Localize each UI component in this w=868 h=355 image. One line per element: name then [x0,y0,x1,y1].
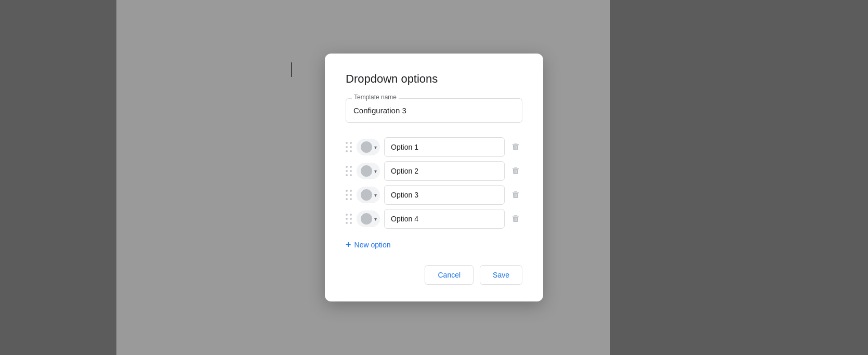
dropdown-options-dialog: Dropdown options Template name [325,54,543,301]
color-picker-button[interactable]: ▾ [357,139,380,155]
option-input[interactable] [384,209,505,229]
trash-icon [511,190,520,200]
option-input[interactable] [384,185,505,205]
trash-icon [511,214,520,224]
option-row: ▾ [346,137,522,157]
template-name-label: Template name [352,94,399,101]
template-name-field: Template name [346,98,522,123]
color-circle [361,213,372,225]
color-circle [361,165,372,177]
option-row: ▾ [346,185,522,205]
chevron-down-icon: ▾ [374,168,377,174]
new-option-button[interactable]: + New option [346,237,391,253]
chevron-down-icon: ▾ [374,192,377,198]
new-option-label: New option [354,241,391,249]
option-input[interactable] [384,137,505,157]
delete-option-button[interactable] [509,188,522,202]
modal-overlay: Dropdown options Template name [0,0,868,355]
template-name-input[interactable] [346,98,522,123]
dialog-footer: Cancel Save [346,265,522,285]
chevron-down-icon: ▾ [374,216,377,222]
dialog-title: Dropdown options [346,72,522,86]
option-row: ▾ [346,209,522,229]
plus-icon: + [346,240,351,249]
color-picker-button[interactable]: ▾ [357,211,380,227]
delete-option-button[interactable] [509,212,522,226]
cancel-button[interactable]: Cancel [425,265,474,285]
delete-option-button[interactable] [509,140,522,154]
drag-handle-icon[interactable] [346,214,352,225]
color-picker-button[interactable]: ▾ [357,163,380,179]
delete-option-button[interactable] [509,164,522,178]
option-row: ▾ [346,161,522,181]
drag-handle-icon[interactable] [346,190,352,201]
trash-icon [511,142,520,152]
color-circle [361,189,372,201]
drag-handle-icon[interactable] [346,166,352,177]
color-circle [361,141,372,153]
options-list: ▾ [346,137,522,229]
trash-icon [511,166,520,176]
color-picker-button[interactable]: ▾ [357,187,380,203]
option-input[interactable] [384,161,505,181]
save-button[interactable]: Save [480,265,522,285]
drag-handle-icon[interactable] [346,142,352,153]
chevron-down-icon: ▾ [374,144,377,150]
